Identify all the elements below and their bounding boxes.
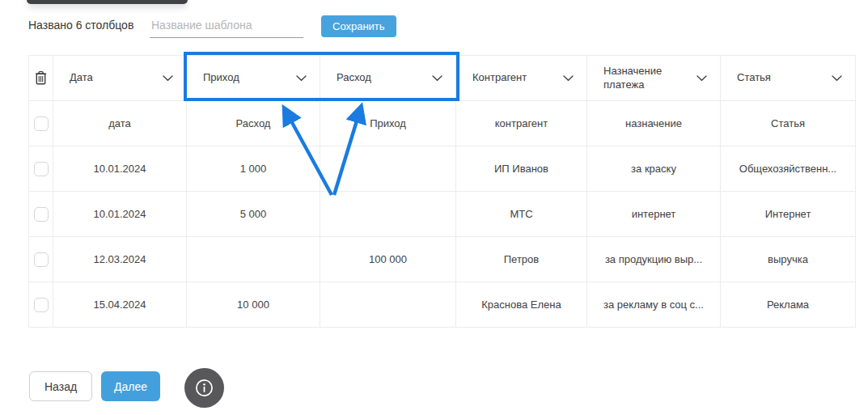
chevron-down-icon bbox=[432, 75, 442, 82]
table-cell: 10.01.2024 bbox=[53, 192, 187, 237]
mapping-table: Дата Приход Расход bbox=[28, 55, 856, 328]
trash-icon bbox=[33, 70, 49, 87]
save-button[interactable]: Сохранить bbox=[321, 15, 396, 37]
next-button[interactable]: Далее bbox=[101, 371, 160, 401]
table-cell: Общехозяйственн... bbox=[721, 146, 856, 192]
table-cell: интернет bbox=[587, 192, 721, 237]
table-cell bbox=[187, 237, 320, 282]
row-checkbox[interactable] bbox=[34, 252, 49, 267]
column-header-label: Приход bbox=[203, 71, 239, 84]
table-cell: Интернет bbox=[721, 192, 856, 237]
column-header-label: Расход bbox=[337, 71, 371, 84]
row-checkbox[interactable] bbox=[34, 298, 49, 312]
table-row: 15.04.2024 10 000 Краснова Елена за рекл… bbox=[29, 282, 856, 328]
row-checkbox[interactable] bbox=[34, 207, 49, 222]
column-header-expense[interactable]: Расход bbox=[320, 56, 456, 101]
table-cell bbox=[320, 192, 456, 237]
table-row: 10.01.2024 5 000 МТС интернет Интернет bbox=[29, 192, 856, 237]
table-cell: ИП Иванов bbox=[456, 146, 587, 192]
table-cell: Статья bbox=[721, 101, 856, 146]
import-column-mapping-screen: Названо 6 столбцов Сохранить Дата bbox=[0, 0, 868, 415]
chevron-down-icon bbox=[163, 75, 173, 82]
table-cell: выручка bbox=[721, 237, 856, 282]
checkbox-cell bbox=[29, 237, 53, 282]
table-cell: МТС bbox=[456, 192, 587, 237]
table-cell: контрагент bbox=[456, 101, 587, 146]
checkbox-cell bbox=[29, 192, 53, 237]
table-cell: 5 000 bbox=[187, 192, 320, 237]
table-cell: Реклама bbox=[721, 282, 856, 328]
table-cell bbox=[320, 282, 456, 328]
table-cell: за краску bbox=[587, 146, 721, 192]
row-checkbox[interactable] bbox=[34, 116, 49, 131]
table-cell: Петров bbox=[456, 237, 587, 282]
chevron-down-icon bbox=[697, 75, 707, 82]
table-cell: 15.04.2024 bbox=[53, 282, 187, 328]
table-cell bbox=[320, 146, 456, 192]
info-button[interactable] bbox=[184, 368, 224, 408]
row-checkbox[interactable] bbox=[34, 162, 49, 176]
column-header-category[interactable]: Статья bbox=[721, 56, 856, 101]
checkbox-cell bbox=[29, 146, 53, 192]
column-header-label: Статья bbox=[737, 71, 771, 84]
table-cell: 12.03.2024 bbox=[53, 237, 187, 282]
table-row: дата Расход Приход контрагент назначение… bbox=[29, 101, 856, 146]
table-cell: дата bbox=[53, 101, 187, 146]
tooltip-remnant bbox=[27, 0, 188, 4]
table-cell: 10.01.2024 bbox=[53, 146, 187, 192]
chevron-down-icon bbox=[296, 75, 307, 82]
table-cell: Приход bbox=[320, 101, 456, 146]
table-cell: 100 000 bbox=[320, 237, 456, 282]
table-cell: 1 000 bbox=[187, 146, 320, 192]
table-cell: за продукцию выр... bbox=[587, 237, 721, 282]
chevron-down-icon bbox=[832, 75, 842, 82]
table-cell: за рекламу в соц с... bbox=[587, 282, 721, 328]
table-row: 10.01.2024 1 000 ИП Иванов за краску Общ… bbox=[29, 146, 856, 192]
column-header-label: Назначение платежа bbox=[603, 65, 688, 91]
checkbox-cell bbox=[29, 282, 53, 328]
table-cell: Расход bbox=[187, 101, 320, 146]
back-button[interactable]: Назад bbox=[29, 371, 92, 401]
table-cell: 10 000 bbox=[187, 282, 320, 328]
column-header-counterparty[interactable]: Контрагент bbox=[456, 56, 587, 101]
chevron-down-icon bbox=[563, 75, 574, 82]
delete-rows-button[interactable] bbox=[29, 56, 53, 101]
checkbox-cell bbox=[29, 101, 53, 146]
table-row: 12.03.2024 100 000 Петров за продукцию в… bbox=[29, 237, 856, 282]
columns-named-label: Названо 6 столбцов bbox=[28, 19, 133, 32]
column-header-income[interactable]: Приход bbox=[187, 56, 320, 101]
table-cell: Краснова Елена bbox=[456, 282, 587, 328]
header-row: Дата Приход Расход bbox=[29, 56, 856, 101]
template-name-input[interactable] bbox=[150, 13, 303, 38]
column-header-date[interactable]: Дата bbox=[53, 56, 187, 101]
column-header-label: Дата bbox=[70, 71, 93, 84]
info-icon bbox=[193, 377, 215, 399]
column-header-label: Контрагент bbox=[472, 71, 527, 84]
column-header-payment-purpose[interactable]: Назначение платежа bbox=[587, 56, 721, 101]
table-cell: назначение bbox=[587, 101, 721, 146]
